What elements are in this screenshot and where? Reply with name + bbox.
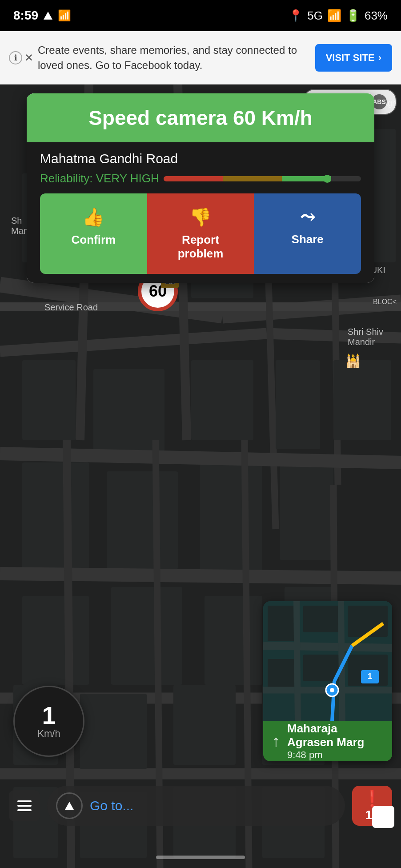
menu-button[interactable] [9,790,40,821]
svg-line-28 [0,454,401,462]
compass-arrow-icon [65,802,74,810]
close-ad-icon[interactable]: ✕ [24,52,33,64]
svg-rect-21 [107,471,178,569]
svg-rect-25 [111,587,182,685]
direction-arrow-icon: ↑ [272,732,280,751]
svg-rect-46 [303,606,339,632]
minimap-navigation: ↑ Maharaja Agrasen Marg 9:48 pm [263,721,392,761]
report-label: Reportproblem [178,233,224,261]
shiv-mandir-icon: 🕌 [345,354,361,368]
svg-rect-15 [22,360,76,440]
minimap-text: Maharaja Agrasen Marg 9:48 pm [287,722,383,761]
menu-line-2 [17,805,32,807]
reliability-indicator [323,175,331,183]
svg-rect-18 [276,360,320,449]
hamburger-icon [17,800,32,811]
minimap-time: 9:48 pm [287,749,383,761]
menu-line-1 [17,800,32,802]
battery-icon: 🔋 [346,9,360,23]
visit-site-label: VISIT SITE [326,52,375,64]
map-area: Remove ads ABS Park-Mi Block Shalima Bag… [0,84,401,868]
thumbs-down-icon: 👎 [189,207,212,228]
svg-rect-48 [268,659,294,690]
svg-rect-20 [22,462,89,574]
info-icon: ℹ [9,51,22,64]
alert-exclamation-icon: ❗ [362,789,382,808]
minimap-road-name: Maharaja Agrasen Marg [287,722,383,749]
home-indicator [156,856,245,859]
goto-text: Go to... [90,798,133,813]
battery-level: 63% [365,9,388,23]
alert-secondary-badge [372,806,394,828]
thumbs-up-icon: 👍 [82,207,104,228]
reliability-bar [164,176,361,181]
svg-rect-38 [173,685,236,765]
svg-rect-47 [348,606,388,637]
chevron-right-icon: › [378,52,381,64]
confirm-label: Confirm [72,233,116,247]
action-buttons: 👍 Confirm 👎 Reportproblem ⤳ Share [40,193,361,274]
bottom-bar: Go to... ❗ 12 [0,779,401,832]
share-label: Share [292,233,324,246]
signal-bars-icon: 📶 [327,9,341,23]
svg-rect-24 [22,596,89,685]
speed-camera-card: Speed camera 60 Km/h Mahatma Gandhi Road… [27,93,374,283]
svg-rect-26 [205,596,262,685]
svg-rect-37 [80,694,147,769]
minimap-map: 1 [263,601,392,721]
svg-rect-45 [268,606,294,641]
status-right: 📍 5G 📶 🔋 63% [289,9,388,23]
svg-line-51 [263,646,392,648]
svg-rect-49 [303,655,339,681]
svg-rect-23 [280,462,333,560]
svg-line-29 [0,574,401,578]
reliability-label: Reliability: VERY HIGH [40,172,159,185]
goto-container[interactable]: Go to... [47,786,345,826]
svg-text:1: 1 [368,672,372,681]
alert-container: ❗ 12 [352,786,392,826]
speed-unit: Km/h [37,728,60,739]
ad-text: Create events, share memories, and stay … [38,43,309,72]
visit-site-button[interactable]: VISIT SITE › [315,44,392,72]
svg-line-53 [297,601,298,721]
road-name: Mahatma Gandhi Road [40,151,361,166]
share-icon: ⤳ [300,207,315,227]
signal-icon: 📶 [58,9,71,22]
nav-arrow-icon [44,12,52,20]
speed-camera-header: Speed camera 60 Km/h [27,93,374,142]
compass-button[interactable] [56,792,83,819]
svg-line-54 [341,601,342,721]
status-bar: 8:59 📶 📍 5G 📶 🔋 63% [0,0,401,31]
reliability-row: Reliability: VERY HIGH [40,172,361,185]
svg-rect-17 [191,360,253,440]
time-display: 8:59 [13,8,38,23]
confirm-button[interactable]: 👍 Confirm [40,193,147,274]
svg-point-59 [330,688,334,692]
speed-camera-title: Speed camera 60 Km/h [40,106,361,130]
minimap: 1 ↑ Maharaja Agrasen Marg 9:48 pm [263,601,392,761]
network-type: 5G [307,9,323,23]
minimap-roads-svg: 1 [263,601,392,721]
report-problem-button[interactable]: 👎 Reportproblem [147,193,254,274]
speed-value: 1 [42,703,56,728]
speedometer: 1 Km/h [13,686,84,757]
share-button[interactable]: ⤳ Share [254,193,361,274]
svg-rect-19 [333,360,391,440]
menu-line-3 [17,809,32,811]
ad-banner: ℹ ✕ Create events, share memories, and s… [0,31,401,84]
svg-rect-22 [200,462,262,574]
speed-camera-body: Mahatma Gandhi Road Reliability: VERY HI… [27,142,374,283]
status-left: 8:59 📶 [13,8,71,23]
location-icon: 📍 [289,9,303,23]
